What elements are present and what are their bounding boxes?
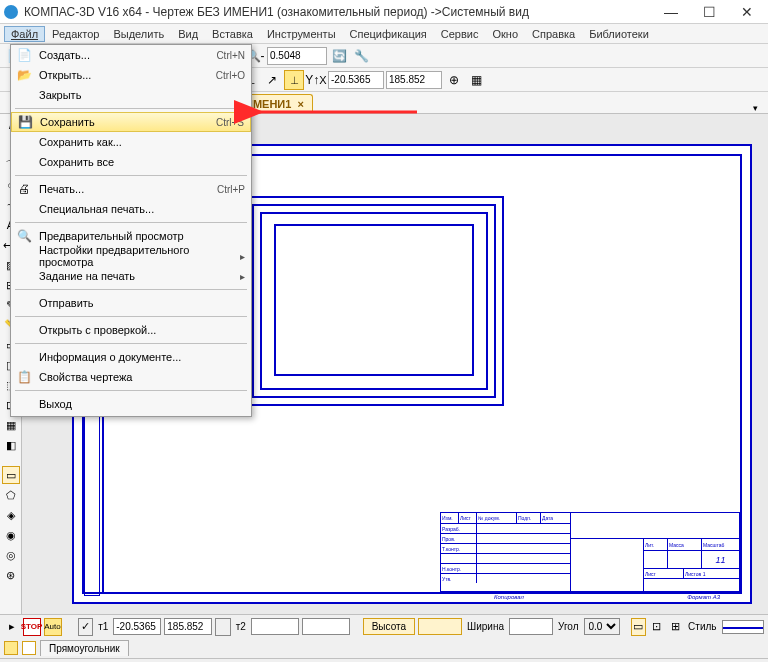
refresh-icon[interactable]: 🔄 [329,46,349,66]
menu-window[interactable]: Окно [485,26,525,42]
height-label: Высота [363,618,415,635]
tool-g-icon[interactable]: ◈ [2,506,20,524]
menu-spec[interactable]: Спецификация [343,26,434,42]
menu-item[interactable]: 🖨Печать...Ctrl+P [11,179,251,199]
height-input[interactable] [418,618,462,635]
tool-f-icon[interactable]: ◧ [2,436,20,454]
menu-item-icon: 💾 [16,115,34,129]
menu-item-shortcut: ▸ [240,251,245,262]
coord-mode-icon[interactable]: ⟂ [284,70,304,90]
tab-overflow-icon[interactable]: ▾ [749,103,762,113]
menu-edit[interactable]: Редактор [45,26,106,42]
t2-x-input[interactable] [251,618,299,635]
axis3-icon[interactable]: ⊞ [668,618,684,636]
axis-icon[interactable]: ↗ [262,70,282,90]
axis1-icon[interactable]: ▭ [631,618,647,636]
width-input[interactable] [509,618,553,635]
menu-item-label: Сохранить все [33,156,245,168]
titlebar: КОМПАС-3D V16 x64 - Чертеж БЕЗ ИМЕНИ1 (о… [0,0,768,24]
arrow-icon[interactable]: ▸ [4,618,20,636]
menu-item[interactable]: Задание на печать▸ [11,266,251,286]
menu-item-icon: 🖨 [15,182,33,196]
zoom-input[interactable] [267,47,327,65]
tool-i-icon[interactable]: ◎ [2,546,20,564]
angle-select[interactable]: 0.0 [584,618,620,635]
menu-libs[interactable]: Библиотеки [582,26,656,42]
tool-icon[interactable]: 🔧 [351,46,371,66]
t1-y-input[interactable] [164,618,212,635]
style-label: Стиль [686,621,718,632]
menu-item-label: Специальная печать... [33,203,245,215]
menu-item-shortcut: Ctrl+S [216,117,244,128]
menu-item-label: Создать... [33,49,216,61]
stop-button[interactable]: STOP [23,618,41,636]
close-button[interactable]: ✕ [730,2,764,22]
t2-label: т2 [234,621,248,632]
auto-button[interactable]: Auto [44,618,62,636]
tool-tab-label[interactable]: Прямоугольник [40,640,129,656]
coord-y-input[interactable] [386,71,442,89]
t1-label: т1 [96,621,110,632]
coord-x-input[interactable] [328,71,384,89]
title-block: Изм. Лист № докум. Подп. Дата Разраб. Пр… [440,512,740,592]
menu-item-label: Сохранить как... [33,136,245,148]
menu-view[interactable]: Вид [171,26,205,42]
menu-item[interactable]: Сохранить все [11,152,251,172]
menu-item-shortcut: ▸ [240,271,245,282]
menu-item-label: Выход [33,398,245,410]
menu-item-label: Информация о документе... [33,351,245,363]
menu-service[interactable]: Сервис [434,26,486,42]
menu-item[interactable]: Сохранить как... [11,132,251,152]
target-icon[interactable]: ⊕ [444,70,464,90]
style-preview[interactable] [722,620,764,634]
menu-item-shortcut: Ctrl+N [216,50,245,61]
menu-help[interactable]: Справка [525,26,582,42]
menu-item-label: Сохранить [34,116,216,128]
tool-tab-icon[interactable] [4,641,18,655]
menu-item[interactable]: Закрыть [11,85,251,105]
menu-item-icon: 🔍 [15,229,33,243]
menu-item[interactable]: Открыть с проверкой... [11,320,251,340]
menu-item-shortcut: Ctrl+P [217,184,245,195]
menu-item-label: Печать... [33,183,217,195]
menu-item[interactable]: 📄Создать...Ctrl+N [11,45,251,65]
menu-insert[interactable]: Вставка [205,26,260,42]
tool-rect-icon[interactable]: ▭ [2,466,20,484]
menu-item[interactable]: 📂Открыть...Ctrl+O [11,65,251,85]
t2-checkbox[interactable] [215,618,231,636]
tool-tab-icon2[interactable] [22,641,36,655]
t1-x-input[interactable] [113,618,161,635]
menu-item[interactable]: Настройки предварительного просмотра▸ [11,246,251,266]
menu-item[interactable]: Информация о документе... [11,347,251,367]
xy-icon[interactable]: Y↑X [306,70,326,90]
menu-item-icon: 📋 [15,370,33,384]
tool-h-icon[interactable]: ◉ [2,526,20,544]
maximize-button[interactable]: ☐ [692,2,726,22]
angle-label: Угол [556,621,581,632]
tool-poly-icon[interactable]: ⬠ [2,486,20,504]
menu-item-label: Задание на печать [33,270,240,282]
menu-tools[interactable]: Инструменты [260,26,343,42]
t1-checkbox[interactable]: ✓ [78,618,94,636]
menu-item[interactable]: 💾СохранитьCtrl+S [11,112,251,132]
menu-item[interactable]: Специальная печать... [11,199,251,219]
tool-j-icon[interactable]: ⊛ [2,566,20,584]
width-label: Ширина [465,621,506,632]
minimize-button[interactable]: — [654,2,688,22]
menu-item[interactable]: 📋Свойства чертежа [11,367,251,387]
menu-item[interactable]: Выход [11,394,251,414]
misc-icon[interactable]: ▦ [466,70,486,90]
axis2-icon[interactable]: ⊡ [649,618,665,636]
tool-tab-bar: Прямоугольник [0,638,768,658]
menu-item[interactable]: 🔍Предварительный просмотр [11,226,251,246]
menu-item-label: Открыть с проверкой... [33,324,245,336]
menu-item-icon: 📄 [15,48,33,62]
menu-item-label: Закрыть [33,89,245,101]
tool-e-icon[interactable]: ▦ [2,416,20,434]
menu-file[interactable]: Файл [4,26,45,42]
menu-select[interactable]: Выделить [106,26,171,42]
menu-item-label: Отправить [33,297,245,309]
t2-y-input[interactable] [302,618,350,635]
menu-item-icon: 📂 [15,68,33,82]
menu-item[interactable]: Отправить [11,293,251,313]
